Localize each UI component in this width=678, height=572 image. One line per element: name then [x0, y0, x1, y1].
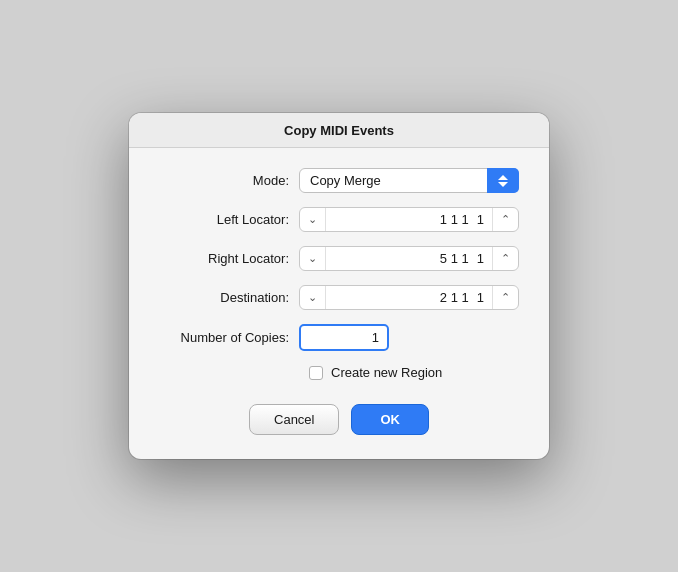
- left-locator-main-values: 1 1 1: [440, 212, 469, 227]
- copy-midi-events-dialog: Copy MIDI Events Mode: Copy Merge Copy R…: [129, 113, 549, 459]
- right-locator-chevron-up[interactable]: ⌃: [492, 247, 518, 270]
- destination-label: Destination:: [159, 290, 299, 305]
- copies-input[interactable]: [299, 324, 389, 351]
- destination-chevron-down[interactable]: ⌄: [300, 286, 326, 309]
- ok-button[interactable]: OK: [351, 404, 429, 435]
- left-locator-values: 1 1 1 1: [326, 208, 492, 231]
- right-locator-last-value: 1: [477, 251, 484, 266]
- left-locator-control: ⌄ 1 1 1 1 ⌃: [299, 207, 519, 232]
- left-locator-label: Left Locator:: [159, 212, 299, 227]
- mode-label: Mode:: [159, 173, 299, 188]
- left-locator-last-value: 1: [477, 212, 484, 227]
- dialog-content: Mode: Copy Merge Copy Replace Merge Left…: [129, 148, 549, 459]
- right-locator-control: ⌄ 5 1 1 1 ⌃: [299, 246, 519, 271]
- destination-chevron-up[interactable]: ⌃: [492, 286, 518, 309]
- cancel-button[interactable]: Cancel: [249, 404, 339, 435]
- destination-main-values: 2 1 1: [440, 290, 469, 305]
- create-region-checkbox[interactable]: [309, 366, 323, 380]
- right-locator-values: 5 1 1 1: [326, 247, 492, 270]
- destination-values: 2 1 1 1: [326, 286, 492, 309]
- dialog-title: Copy MIDI Events: [129, 113, 549, 148]
- copies-row: Number of Copies:: [159, 324, 519, 351]
- left-locator-chevron-up[interactable]: ⌃: [492, 208, 518, 231]
- right-locator-chevron-down[interactable]: ⌄: [300, 247, 326, 270]
- left-locator-row: Left Locator: ⌄ 1 1 1 1 ⌃: [159, 207, 519, 232]
- button-row: Cancel OK: [159, 400, 519, 435]
- create-region-label: Create new Region: [331, 365, 442, 380]
- right-locator-label: Right Locator:: [159, 251, 299, 266]
- left-locator-chevron-down[interactable]: ⌄: [300, 208, 326, 231]
- destination-row: Destination: ⌄ 2 1 1 1 ⌃: [159, 285, 519, 310]
- mode-row: Mode: Copy Merge Copy Replace Merge: [159, 168, 519, 193]
- right-locator-row: Right Locator: ⌄ 5 1 1 1 ⌃: [159, 246, 519, 271]
- mode-select-wrapper[interactable]: Copy Merge Copy Replace Merge: [299, 168, 519, 193]
- create-region-row: Create new Region: [159, 365, 519, 380]
- destination-last-value: 1: [477, 290, 484, 305]
- destination-control: ⌄ 2 1 1 1 ⌃: [299, 285, 519, 310]
- right-locator-main-values: 5 1 1: [440, 251, 469, 266]
- copies-label: Number of Copies:: [159, 330, 299, 345]
- mode-select[interactable]: Copy Merge Copy Replace Merge: [299, 168, 519, 193]
